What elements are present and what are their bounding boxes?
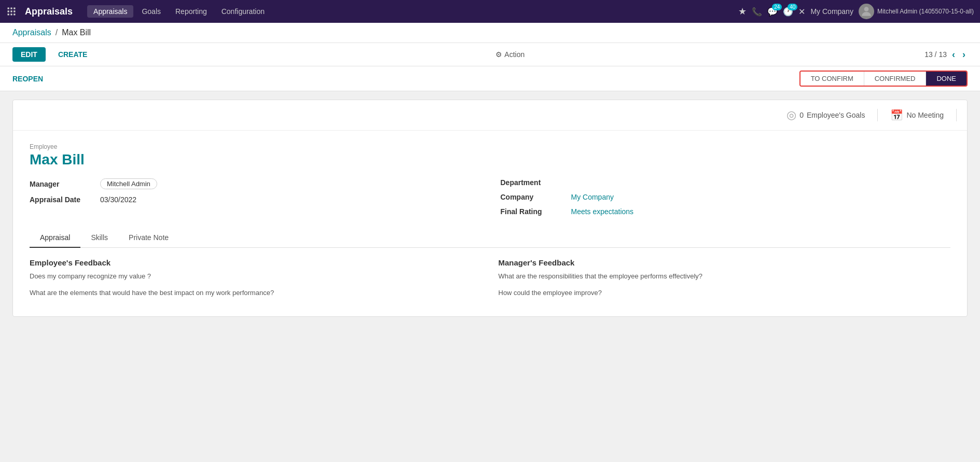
user-menu[interactable]: Mitchell Admin (14055070-15-0-all) xyxy=(859,4,974,19)
form-grid: Manager Mitchell Admin Appraisal Date 03… xyxy=(30,178,950,216)
breadcrumb: Appraisals / Max Bill xyxy=(0,23,980,43)
menu-reporting[interactable]: Reporting xyxy=(169,5,213,18)
target-icon: ◎ xyxy=(786,108,796,122)
employee-section-label: Employee xyxy=(30,143,950,150)
goals-label: Employee's Goals xyxy=(807,111,865,119)
action-button[interactable]: ⚙ Action xyxy=(487,47,533,62)
phone-icon[interactable]: 📞 xyxy=(752,7,762,17)
final-rating-row: Final Rating Meets expectations xyxy=(501,207,951,216)
no-meeting-button[interactable]: 📅 No Meeting xyxy=(886,107,948,123)
manager-feedback-title: Manager's Feedback xyxy=(499,258,951,267)
employee-feedback-section: Employee's Feedback Does my company reco… xyxy=(30,258,482,304)
top-navigation: Appraisals Appraisals Goals Reporting Co… xyxy=(0,0,980,23)
breadcrumb-parent[interactable]: Appraisals xyxy=(12,28,51,37)
breadcrumb-separator: / xyxy=(56,28,58,37)
svg-rect-3 xyxy=(8,10,9,12)
employee-feedback-q2: What are the elements that would have th… xyxy=(30,288,482,298)
status-confirmed[interactable]: CONFIRMED xyxy=(864,72,927,86)
final-rating-label: Final Rating xyxy=(501,207,563,216)
divider xyxy=(877,109,878,121)
status-to-confirm[interactable]: TO CONFIRM xyxy=(800,72,864,86)
clock-icon[interactable]: 🕐 40 xyxy=(783,7,793,17)
star-icon[interactable]: ★ xyxy=(738,6,747,17)
svg-rect-5 xyxy=(13,10,15,12)
appraisal-date-value: 03/30/2022 xyxy=(100,195,136,204)
pagination-text: 13 / 13 xyxy=(924,50,947,59)
pagination-prev[interactable]: ‹ xyxy=(950,49,957,60)
svg-rect-4 xyxy=(10,10,12,12)
username-display: Mitchell Admin (14055070-15-0-all) xyxy=(877,8,974,15)
tab-private-note[interactable]: Private Note xyxy=(118,228,179,248)
manager-feedback-q2: How could the employee improve? xyxy=(499,288,951,298)
pagination-display: 13 / 13 ‹ › xyxy=(924,49,968,60)
employee-feedback-q1: Does my company recognize my value ? xyxy=(30,271,482,282)
company-row: Company My Company xyxy=(501,193,951,201)
svg-rect-6 xyxy=(8,13,9,15)
manager-feedback-section: Manager's Feedback What are the responsi… xyxy=(499,258,951,304)
main-menu: Appraisals Goals Reporting Configuration xyxy=(87,5,734,18)
svg-rect-1 xyxy=(10,8,12,9)
company-label: Company xyxy=(501,193,563,201)
menu-configuration[interactable]: Configuration xyxy=(215,5,271,18)
form-body: Employee Max Bill Manager Mitchell Admin… xyxy=(13,131,967,316)
action-label: Action xyxy=(504,50,524,59)
chat-icon[interactable]: 💬 24 xyxy=(767,7,778,17)
form-left-col: Manager Mitchell Admin Appraisal Date 03… xyxy=(30,178,480,216)
company-name[interactable]: My Company xyxy=(810,7,853,16)
topnav-right-section: ★ 📞 💬 24 🕐 40 ✕ My Company Mitchell Admi… xyxy=(738,4,974,19)
apps-menu-icon[interactable] xyxy=(6,6,17,17)
reopen-button[interactable]: REOPEN xyxy=(12,73,43,85)
appraisal-card: ◎ 0 Employee's Goals 📅 No Meeting Employ… xyxy=(12,100,968,317)
svg-point-9 xyxy=(864,7,869,11)
svg-rect-0 xyxy=(8,8,9,9)
employee-feedback-title: Employee's Feedback xyxy=(30,258,482,267)
menu-appraisals[interactable]: Appraisals xyxy=(87,5,133,18)
user-avatar xyxy=(859,4,874,19)
svg-rect-2 xyxy=(13,8,15,9)
card-header-actions: ◎ 0 Employee's Goals 📅 No Meeting xyxy=(13,100,967,131)
app-brand: Appraisals xyxy=(25,6,73,17)
employee-name: Max Bill xyxy=(30,151,950,168)
appraisal-date-row: Appraisal Date 03/30/2022 xyxy=(30,195,480,204)
calendar-icon: 📅 xyxy=(890,109,903,121)
department-row: Department xyxy=(501,178,951,187)
status-steps: TO CONFIRM CONFIRMED DONE xyxy=(799,71,968,87)
close-icon[interactable]: ✕ xyxy=(798,7,805,17)
manager-feedback-q1: What are the responsibilities that the e… xyxy=(499,271,951,282)
svg-rect-8 xyxy=(13,13,15,15)
tabs: Appraisal Skills Private Note xyxy=(30,228,950,248)
menu-goals[interactable]: Goals xyxy=(135,5,167,18)
pagination-next[interactable]: › xyxy=(960,49,968,60)
tab-appraisal[interactable]: Appraisal xyxy=(30,228,80,248)
main-content: ◎ 0 Employee's Goals 📅 No Meeting Employ… xyxy=(0,91,980,325)
status-done[interactable]: DONE xyxy=(926,72,967,86)
final-rating-value[interactable]: Meets expectations xyxy=(571,207,634,216)
divider-2 xyxy=(956,109,957,121)
status-bar: REOPEN TO CONFIRM CONFIRMED DONE xyxy=(0,66,980,91)
action-bar: EDIT CREATE ⚙ Action 13 / 13 ‹ › xyxy=(0,43,980,66)
manager-value[interactable]: Mitchell Admin xyxy=(100,178,157,189)
svg-rect-7 xyxy=(10,13,12,15)
tab-skills[interactable]: Skills xyxy=(80,228,118,248)
edit-button[interactable]: EDIT xyxy=(12,47,46,62)
appraisal-date-label: Appraisal Date xyxy=(30,195,92,204)
department-label: Department xyxy=(501,178,563,187)
form-right-col: Department Company My Company Final Rati… xyxy=(501,178,951,216)
breadcrumb-current: Max Bill xyxy=(62,28,91,37)
manager-label: Manager xyxy=(30,180,92,188)
feedback-grid: Employee's Feedback Does my company reco… xyxy=(30,258,950,304)
employee-goals-button[interactable]: ◎ 0 Employee's Goals xyxy=(782,106,869,124)
meeting-label: No Meeting xyxy=(906,111,944,119)
goals-count: 0 xyxy=(799,111,804,119)
gear-icon: ⚙ xyxy=(495,50,502,59)
chat-badge: 24 xyxy=(772,4,782,10)
company-value[interactable]: My Company xyxy=(571,193,614,201)
manager-row: Manager Mitchell Admin xyxy=(30,178,480,189)
create-button[interactable]: CREATE xyxy=(50,47,96,62)
clock-badge: 40 xyxy=(788,4,797,10)
